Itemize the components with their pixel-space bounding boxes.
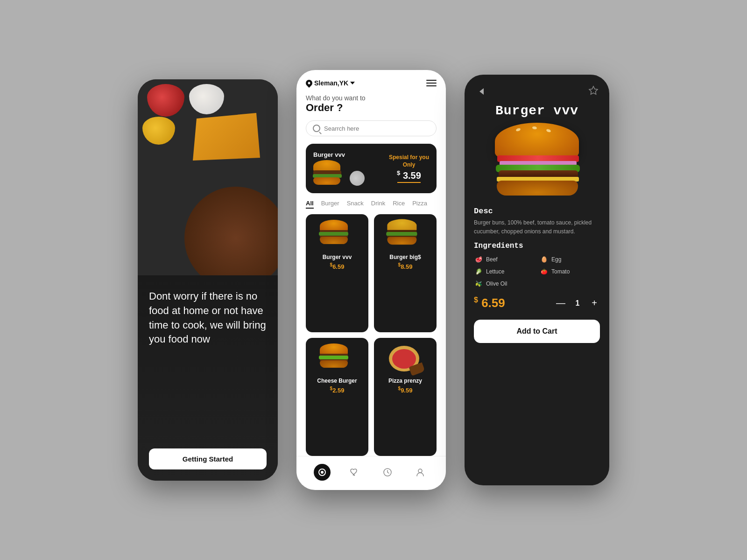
splash-image: [138, 79, 278, 275]
nav-favorite-icon[interactable]: [346, 464, 363, 481]
splash-content: Dont worry if there is no food at home o…: [138, 275, 278, 481]
ingredient-tomato: 🍅 Tomato: [539, 267, 600, 276]
phone-1-splash: Dont worry if there is no food at home o…: [138, 79, 278, 481]
food-card-pizza-price: $9.59: [398, 386, 413, 394]
bowl-white: [189, 84, 224, 114]
cat-tab-drink[interactable]: Drink: [371, 200, 385, 209]
promo-sauce-image: [350, 171, 365, 186]
chevron-down-icon: [350, 82, 355, 84]
promo-price: $ 3.59: [389, 169, 429, 181]
location-row[interactable]: Sleman,YK: [306, 79, 355, 87]
hamburger-menu-icon[interactable]: [426, 80, 437, 86]
cat-tab-snack[interactable]: Snack: [347, 200, 364, 209]
detail-title: Burger vvv: [465, 104, 609, 123]
quantity-increase-button[interactable]: +: [589, 298, 600, 309]
price-value: 6.59: [481, 296, 505, 310]
add-to-cart-button[interactable]: Add to Cart: [474, 320, 600, 343]
greeting-main: Order ?: [306, 102, 437, 114]
back-button[interactable]: [474, 84, 489, 99]
detail-price: $ 6.59: [474, 296, 505, 310]
svg-point-1: [321, 471, 324, 474]
back-arrow-icon: [479, 88, 484, 95]
ingredients-title: Ingredients: [474, 242, 600, 250]
ingredient-beef: 🥩 Beef: [474, 255, 535, 264]
quantity-value: 1: [573, 299, 582, 308]
tomato-icon: 🍅: [539, 267, 549, 276]
bowl-red: [147, 84, 184, 117]
egg-icon: 🥚: [539, 255, 549, 264]
wooden-plate: [184, 187, 278, 275]
category-tabs: All Burger Snack Drink Rice Pizza: [296, 200, 446, 209]
food-card-cheese-burger-price: $2.59: [330, 386, 345, 394]
fries-image: [189, 107, 264, 163]
detail-burger-image: [490, 123, 584, 197]
quantity-decrease-button[interactable]: —: [555, 298, 566, 309]
food-card-cheese-burger-name: Cheese Burger: [317, 378, 357, 384]
promo-price-value: 3.59: [403, 170, 421, 181]
food-card-cheese-burger[interactable]: Cheese Burger $2.59: [306, 338, 368, 456]
egg-label: Egg: [551, 256, 561, 263]
location-label: Sleman,YK: [314, 79, 348, 87]
food-card-burger-vvv-price: $6.59: [330, 262, 345, 270]
cat-tab-burger[interactable]: Burger: [321, 200, 339, 209]
food-card-cheese-burger-image: [318, 343, 356, 374]
ingredients-section: Ingredients 🥩 Beef 🥚 Egg 🥬 Lettuce 🍅 Tom…: [465, 242, 609, 288]
phone-3-detail: Burger vvv Desc Burger buns, 100% beef, …: [465, 75, 609, 485]
food-card-burger-big-price: $8.59: [398, 262, 413, 270]
bowl-yellow: [142, 117, 175, 145]
cat-tab-rice[interactable]: Rice: [393, 200, 405, 209]
bottom-nav: [296, 456, 446, 490]
promo-underline: [397, 182, 421, 183]
greeting-section: What do you want to Order ?: [296, 91, 446, 120]
food-card-burger-big-name: Burger big$: [389, 254, 421, 260]
promo-left: Burger vvv: [313, 151, 365, 186]
price-dollar-sign: $: [474, 296, 478, 304]
promo-dollar-sign: $: [397, 169, 400, 176]
quantity-control: — 1 +: [555, 298, 600, 309]
cat-tab-all[interactable]: All: [306, 200, 314, 209]
phone-2-menu: Sleman,YK What do you want to Order ? Bu…: [296, 70, 446, 490]
promo-item-name: Burger vvv: [313, 151, 365, 158]
favorite-button[interactable]: [587, 85, 600, 98]
tomato-label: Tomato: [551, 268, 570, 275]
search-icon: [313, 125, 320, 132]
svg-point-3: [418, 469, 422, 473]
nav-history-icon[interactable]: [379, 464, 396, 481]
search-input[interactable]: [324, 125, 430, 132]
lettuce-label: Lettuce: [486, 268, 504, 275]
promo-right: Spesial for youOnly $ 3.59: [389, 154, 429, 183]
getting-started-button[interactable]: Getting Started: [149, 448, 267, 469]
beef-icon: 🥩: [474, 255, 483, 264]
food-card-pizza-image: [387, 343, 424, 374]
nav-profile-icon[interactable]: [412, 464, 429, 481]
promo-banner[interactable]: Burger vvv Spesial for youOnly $ 3.59: [306, 144, 437, 193]
search-bar[interactable]: [306, 120, 437, 136]
food-card-pizza[interactable]: Pizza prenzy $9.59: [374, 338, 437, 456]
menu-header: Sleman,YK: [296, 70, 446, 91]
olive-oil-icon: 🫒: [474, 279, 483, 288]
olive-oil-label: Olive Oil: [486, 280, 507, 287]
food-card-burger-big-image: [387, 220, 424, 250]
ingredient-egg: 🥚 Egg: [539, 255, 600, 264]
food-card-burger-vvv[interactable]: Burger vvv $6.59: [306, 214, 368, 332]
food-grid: Burger vvv $6.59 Burger big$ $8.59: [296, 214, 446, 456]
promo-burger-image: [313, 160, 346, 186]
ingredients-grid: 🥩 Beef 🥚 Egg 🥬 Lettuce 🍅 Tomato 🫒 Olive …: [474, 255, 600, 288]
desc-text: Burger buns, 100% beef, tomato sauce, pi…: [474, 218, 600, 236]
desc-title: Desc: [474, 207, 600, 216]
food-card-burger-big[interactable]: Burger big$ $8.59: [374, 214, 437, 332]
food-card-pizza-name: Pizza prenzy: [388, 378, 422, 384]
food-card-burger-vvv-image: [318, 220, 356, 250]
food-card-burger-vvv-name: Burger vvv: [323, 254, 352, 260]
detail-header: [465, 75, 609, 104]
location-pin-icon: [304, 78, 314, 88]
promo-special-label: Spesial for youOnly: [389, 154, 429, 168]
cat-tab-pizza[interactable]: Pizza: [412, 200, 427, 209]
beef-label: Beef: [486, 256, 498, 263]
splash-tagline: Dont worry if there is no food at home o…: [149, 289, 267, 347]
nav-home-icon[interactable]: [314, 464, 331, 481]
lettuce-icon: 🥬: [474, 267, 483, 276]
ingredient-olive-oil: 🫒 Olive Oil: [474, 279, 535, 288]
price-row: $ 6.59 — 1 +: [465, 296, 609, 310]
ingredient-lettuce: 🥬 Lettuce: [474, 267, 535, 276]
